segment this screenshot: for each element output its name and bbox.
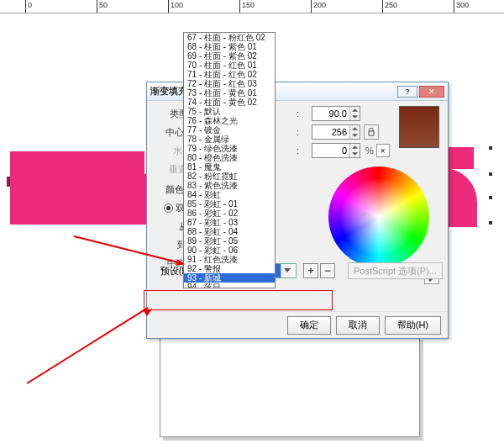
preset-option[interactable]: 89 - 彩虹 - 05 [184,236,275,246]
preset-option[interactable]: 85 - 彩虹 - 01 [184,199,275,209]
svg-rect-0 [369,131,374,135]
field-colon: : [297,127,312,137]
preset-dropdown-list[interactable]: 67 - 柱面 - 粉红色 0268 - 柱面 - 紫色 0169 - 柱面 -… [183,32,276,288]
field-colon: : [297,108,312,119]
canvas-shape [10,174,149,225]
preset-option[interactable]: 84 - 彩虹 [184,190,275,199]
guide-dot [489,146,492,150]
guide-dot [489,172,492,176]
preset-option[interactable]: 75 - 默认 [184,107,275,116]
ok-button[interactable]: 确定 [287,316,331,335]
help-button[interactable]: 帮助(H) [385,316,441,335]
preset-option[interactable]: 78 - 金属绿 [184,135,275,144]
preset-option[interactable]: 77 - 镀金 [184,125,275,135]
cancel-button[interactable]: 取消 [336,316,380,335]
preset-option[interactable]: 68 - 柱面 - 紫色 01 [184,42,275,51]
preset-option[interactable]: 73 - 柱面 - 黄色 01 [184,88,275,98]
color-marker[interactable] [362,214,369,220]
spin-down-icon[interactable] [350,114,360,120]
preset-option[interactable]: 83 - 紫色洗漆 [184,181,275,190]
document-page[interactable] [160,336,420,437]
canvas-shape [10,151,144,175]
steps-spin[interactable] [312,124,360,140]
spin-up-icon[interactable] [350,125,360,132]
preset-option[interactable]: 67 - 柱面 - 粉红色 02 [184,33,275,42]
preset-option[interactable]: 86 - 彩虹 - 02 [184,209,275,218]
clear-button[interactable]: × [376,144,390,157]
ruler-mark: 250 [385,1,397,9]
ruler-mark: 150 [242,1,255,9]
horizontal-ruler: 0 50 100 150 200 250 300 [0,0,504,13]
guide-dot [489,196,492,199]
preset-option[interactable]: 91 - 红色洗漆 [184,255,275,264]
ruler-mark: 100 [171,1,183,9]
close-button[interactable]: ✕ [419,86,444,98]
preset-remove-button[interactable]: − [320,263,335,278]
chevron-down-icon[interactable] [281,264,292,278]
field-colon: : [297,145,312,156]
preset-option[interactable]: 94 - 落日 [184,283,275,288]
spin-down-icon[interactable] [350,132,360,139]
preset-option[interactable]: 74 - 柱面 - 黄色 02 [184,98,275,107]
edge-pad-spin[interactable] [312,143,360,158]
preset-option[interactable]: 93 - 新城 [184,273,275,283]
steps-input[interactable] [312,125,349,139]
ruler-mark: 50 [99,1,108,9]
preset-option[interactable]: 76 - 森林之光 [184,116,275,125]
percent-unit: % [365,145,374,156]
preset-add-button[interactable]: + [303,263,318,278]
annotation-highlight-box [144,290,333,310]
edge-pad-input[interactable] [312,144,349,157]
preset-option[interactable]: 79 - 绿色洗漆 [184,144,275,153]
annotation-arrow [26,307,148,384]
preset-option[interactable]: 87 - 彩虹 - 03 [184,218,275,227]
color-wheel[interactable] [328,166,429,267]
preset-option[interactable]: 70 - 柱面 - 红色 01 [184,61,275,70]
angle-spin[interactable] [312,106,360,121]
preset-option[interactable]: 72 - 柱面 - 红色 03 [184,79,275,88]
preset-option[interactable]: 81 - 魔鬼 [184,162,275,172]
ruler-mark: 200 [313,1,326,9]
ruler-mark: 0 [28,1,32,9]
help-button[interactable]: ? [397,86,417,98]
angle-input[interactable] [312,107,349,120]
preset-option[interactable]: 80 - 橙色洗漆 [184,153,275,162]
spin-up-icon[interactable] [350,107,360,114]
preset-option[interactable]: 82 - 粉红霓虹 [184,172,275,181]
spin-down-icon[interactable] [350,151,360,157]
spin-up-icon[interactable] [350,144,360,151]
lock-button[interactable] [364,124,379,140]
preset-option[interactable]: 71 - 柱面 - 红色 02 [184,70,275,79]
preset-option[interactable]: 90 - 彩虹 - 06 [184,246,275,255]
preset-option[interactable]: 92 - 警报 [184,264,275,273]
preset-option[interactable]: 69 - 柱面 - 紫色 02 [184,51,275,61]
ruler-mark: 300 [456,1,469,9]
preset-option[interactable]: 88 - 彩虹 - 04 [184,227,275,236]
postscript-options-button: PostScript 选项(P)... [348,262,443,279]
gradient-preview-swatch [399,106,439,148]
guide-dot [489,221,492,225]
